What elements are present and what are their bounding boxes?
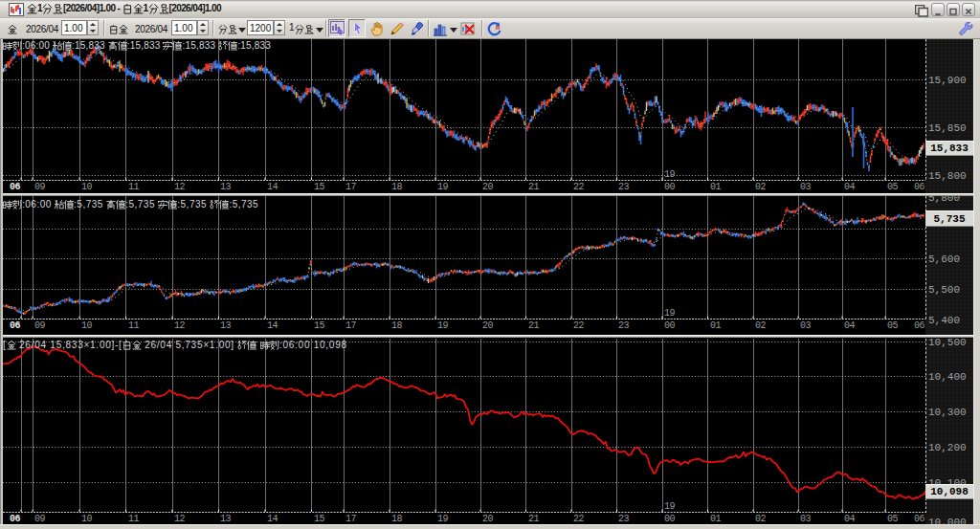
svg-text:R: R <box>496 25 501 31</box>
